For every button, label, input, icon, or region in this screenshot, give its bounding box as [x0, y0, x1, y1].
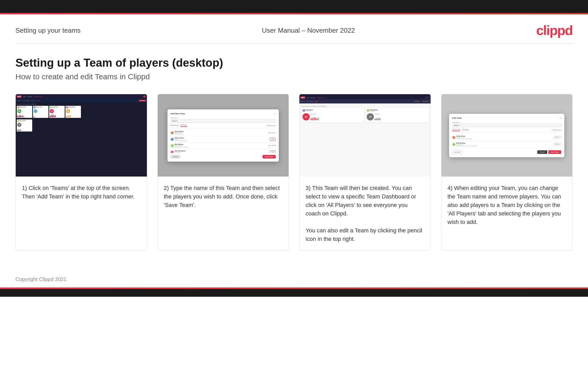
screenshot-3-mockup: clippd Home My Profile My Performance — [299, 94, 431, 177]
list-item: Blair McHarg Plus HandicapRoyal North De… — [171, 143, 276, 149]
player-club: 3.5 HandicapThe Dog Maging Golf Club — [175, 152, 269, 153]
ss1-topbar: clippd Home My Profile My Performance — [16, 94, 147, 99]
player-club: Plus HandicapThe Shire, London — [175, 132, 267, 135]
list-item: Adrian Player Plus HandicapThe Shire Lon… — [452, 134, 561, 141]
card-1-text: 1) Click on 'Teams' at the top of the sc… — [16, 177, 147, 250]
my-team-tab[interactable]: My Team (2) — [452, 129, 460, 131]
save-team-button[interactable]: Save Team — [548, 150, 561, 154]
page-title: Setting up a Team of players (desktop) — [15, 56, 573, 69]
delete-button[interactable]: 🗑 Delete — [452, 150, 462, 154]
close-icon[interactable]: × — [560, 117, 561, 119]
list-item: Adrian Coliba 1 HandicapCentral London G… — [171, 136, 276, 143]
list-item: Blair McHarg Plus HandicapRoyal North De… — [452, 141, 561, 148]
ss1-content: Showing 5 out of 5 players from: All Pla… — [16, 102, 147, 133]
screenshot-4-mockup: Edit Team × Team Name * Team A My Team (… — [441, 94, 573, 177]
edit-modal-title: Edit Team — [452, 117, 462, 119]
cancel-button[interactable]: Cancel — [171, 155, 181, 159]
team-name-label: Team Name * — [452, 121, 561, 123]
top-bar — [0, 0, 588, 13]
player-avatar — [171, 138, 174, 141]
card-3-text1: 3) This Team will then be created. You c… — [306, 185, 416, 217]
card-2-screenshot: Add New Team × Team Name * Team A My Tea… — [158, 94, 289, 177]
team-name-label: Team Name * — [171, 117, 276, 119]
card-2: Add New Team × Team Name * Team A My Tea… — [157, 94, 289, 251]
player-avatar — [171, 151, 174, 153]
copyright-text: Copyright Clippd 2021 — [15, 276, 66, 282]
header-section-label: Setting up your teams — [15, 27, 81, 34]
card-3-text: 3) This Team will then be created. You c… — [299, 177, 431, 250]
remove-player-button[interactable]: Remove — [553, 136, 561, 139]
remove-player-button[interactable]: Remove — [553, 143, 561, 146]
bottom-bar — [0, 289, 588, 297]
ss1-nav: Overview Round Insights Practice Teams +… — [16, 99, 147, 102]
add-team-modal: Add New Team × Team Name * Team A My Tea… — [167, 109, 279, 162]
player-avatar — [171, 144, 174, 147]
card-1: clippd Home My Profile My Performance Ov… — [15, 94, 147, 251]
card-4-text: 4) When editing your Team, you can chang… — [441, 177, 573, 250]
header-manual-label: User Manual – November 2022 — [262, 27, 355, 34]
player-club: Plus HandicapRoyal North Devon Golf Club — [175, 145, 267, 148]
screenshot-1-mockup: clippd Home My Profile My Performance Ov… — [16, 94, 147, 177]
modal-title: Add New Team — [171, 112, 185, 115]
player-avatar — [452, 143, 455, 146]
player-action: Player Added — [268, 132, 276, 134]
card-4: Edit Team × Team Name * Team A My Team (… — [441, 94, 573, 251]
main-content: Setting up a Team of players (desktop) H… — [0, 43, 588, 271]
filter-tab[interactable]: ☐Filter by name — [552, 129, 561, 131]
player-avatar — [171, 131, 174, 134]
page-subtitle: How to create and edit Teams in Clippd — [15, 72, 573, 81]
player-avatar — [452, 136, 455, 139]
save-team-button[interactable]: Save Team — [263, 155, 276, 159]
all-players-tab[interactable]: All Players — [462, 129, 469, 131]
player-club: Plus HandicapThe Shire London, United Ki… — [456, 137, 552, 139]
add-player-button[interactable]: Add — [270, 138, 276, 141]
filter-tab[interactable]: ☐Filter by name — [266, 125, 276, 126]
all-players-tab[interactable]: All Players — [180, 124, 187, 127]
card-3: clippd Home My Profile My Performance — [299, 94, 431, 251]
card-2-text: 2) Type the name of this Team and then s… — [158, 177, 289, 250]
list-item: Adrian Player Plus HandicapThe Shire, Lo… — [171, 130, 276, 136]
ss3-topbar: clippd Home My Profile My Performance — [299, 94, 431, 99]
add-player-button[interactable]: Add — [270, 151, 276, 153]
player-club: 1 HandicapCentral London Golf Centre — [175, 139, 269, 141]
player-action: Player Added — [268, 145, 276, 146]
card-3-text2: You can also edit a Team by clicking the… — [306, 227, 422, 242]
team-name-input[interactable]: Team A — [171, 119, 276, 123]
cards-grid: clippd Home My Profile My Performance Ov… — [15, 94, 573, 251]
team-name-edit-input[interactable]: Team A — [452, 124, 561, 127]
cancel-button[interactable]: Cancel — [537, 150, 547, 154]
clippd-logo: clippd — [536, 23, 573, 38]
card-1-screenshot: clippd Home My Profile My Performance Ov… — [16, 94, 147, 177]
trash-icon: 🗑 — [455, 151, 456, 153]
footer: Copyright Clippd 2021 — [0, 271, 588, 287]
screenshot-2-mockup: Add New Team × Team Name * Team A My Tea… — [158, 94, 289, 177]
my-team-tab[interactable]: My Team (2) — [171, 125, 178, 127]
player-club: Plus HandicapRoyal North Devon Golf Club… — [456, 144, 552, 146]
card-3-screenshot: clippd Home My Profile My Performance — [299, 94, 431, 177]
card-4-screenshot: Edit Team × Team Name * Team A My Team (… — [441, 94, 573, 177]
header: Setting up your teams User Manual – Nove… — [0, 14, 588, 43]
edit-team-modal: Edit Team × Team Name * Team A My Team (… — [449, 114, 564, 157]
list-item: Dave Billingham 3.5 HandicapThe Dog Magi… — [171, 149, 276, 153]
close-icon[interactable]: × — [274, 112, 276, 115]
